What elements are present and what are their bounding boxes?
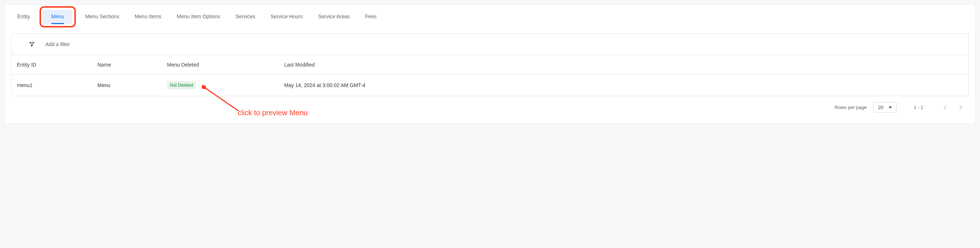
- col-header-menu-deleted[interactable]: Menu Deleted: [167, 62, 284, 68]
- rows-per-page-value: 20: [878, 104, 883, 110]
- tabs: Entity Menu Menu Sections Menu Items Men…: [5, 10, 975, 27]
- annotation-label: click to preview Menu: [238, 109, 308, 117]
- data-table: Entity ID Name Menu Deleted Last Modifie…: [11, 55, 969, 96]
- col-header-name[interactable]: Name: [97, 62, 167, 68]
- table-header-row: Entity ID Name Menu Deleted Last Modifie…: [12, 55, 968, 74]
- svg-line-0: [205, 88, 239, 111]
- tab-menu-items[interactable]: Menu Items: [132, 10, 164, 24]
- filter-bar[interactable]: Add a filter: [11, 33, 969, 55]
- pagination: Rows per page 20 1 - 1: [5, 96, 975, 113]
- cell-entity-id: menu1: [17, 82, 97, 88]
- add-filter-text: Add a filter: [45, 41, 70, 47]
- pagination-range: 1 - 1: [914, 104, 923, 110]
- status-badge-not-deleted: Not Deleted: [167, 81, 196, 89]
- tab-menu-item-options[interactable]: Menu Item Options: [175, 10, 222, 24]
- content-card: Entity Menu Menu Sections Menu Items Men…: [5, 5, 975, 124]
- tab-services[interactable]: Services: [233, 10, 258, 24]
- cell-name: Menu: [97, 82, 167, 88]
- chevron-right-icon: [959, 105, 963, 110]
- cell-last-modified: May 14, 2024 at 3:00:02 AM GMT-4: [284, 82, 963, 88]
- tab-fees[interactable]: Fees: [363, 10, 379, 24]
- chevron-left-icon: [943, 105, 946, 110]
- filter-icon: [29, 41, 35, 47]
- tab-menu-sections[interactable]: Menu Sections: [83, 10, 122, 24]
- rows-per-page-label: Rows per page: [835, 104, 867, 110]
- prev-page-button[interactable]: [940, 103, 950, 112]
- tab-service-areas[interactable]: Service Areas: [316, 10, 352, 24]
- tab-entity[interactable]: Entity: [15, 10, 32, 24]
- tab-menu[interactable]: Menu: [43, 10, 72, 24]
- dropdown-icon: [888, 106, 892, 109]
- col-header-entity-id[interactable]: Entity ID: [17, 62, 97, 68]
- tab-service-hours[interactable]: Service Hours: [269, 10, 305, 24]
- table-row[interactable]: menu1 Menu Not Deleted May 14, 2024 at 3…: [12, 74, 968, 96]
- col-header-last-modified[interactable]: Last Modified: [284, 62, 963, 68]
- next-page-button[interactable]: [956, 103, 966, 112]
- rows-per-page-select[interactable]: 20: [873, 102, 897, 113]
